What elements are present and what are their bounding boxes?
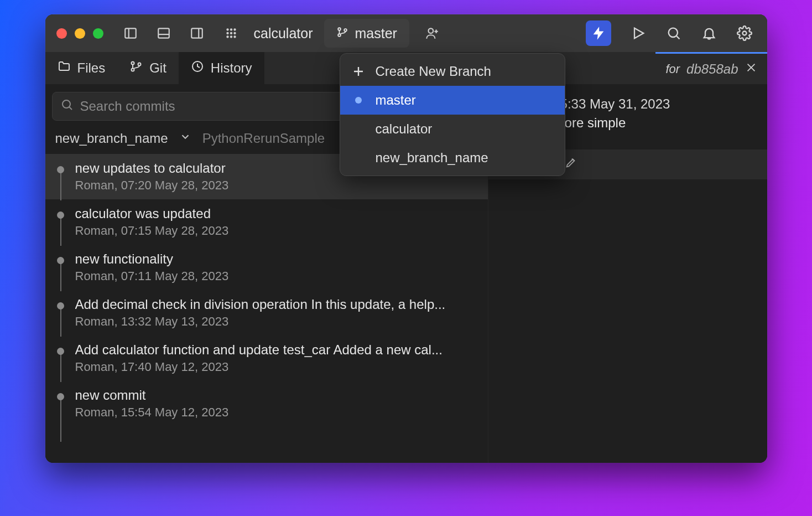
branch-bullet (351, 97, 366, 104)
commit-meta: Roman, 07:15 May 28, 2023 (75, 224, 480, 238)
close-window-button[interactable] (56, 28, 67, 39)
svg-point-15 (338, 28, 341, 30)
branch-icon (336, 25, 348, 42)
settings-icon[interactable] (736, 25, 753, 42)
panel-left-icon[interactable] (119, 22, 142, 45)
commit-graph (56, 388, 65, 420)
search-icon (60, 98, 74, 115)
svg-rect-0 (125, 28, 136, 38)
commit-row[interactable]: new commitRoman, 15:54 May 12, 2023 (45, 381, 488, 426)
svg-point-27 (138, 63, 141, 66)
commit-title: new commit (75, 388, 480, 403)
commit-graph (56, 342, 65, 374)
editor-tab[interactable]: for db858ab (655, 52, 767, 84)
svg-point-6 (226, 28, 228, 30)
svg-rect-2 (158, 28, 169, 38)
commit-row[interactable]: Add calculator function and update test_… (45, 336, 488, 381)
tab-files[interactable]: Files (45, 52, 118, 84)
commit-list[interactable]: new updates to calculatorRoman, 07:20 Ma… (45, 154, 488, 463)
commit-title: Add calculator function and update test_… (75, 342, 480, 358)
svg-line-23 (676, 36, 679, 39)
svg-point-24 (742, 32, 746, 35)
main-menu-icon[interactable] (220, 22, 243, 45)
branch-popup-item[interactable]: master (340, 86, 565, 115)
ai-assistant-button[interactable] (586, 20, 611, 46)
branch-filter-name[interactable]: new_branch_name (55, 131, 168, 146)
minimize-window-button[interactable] (75, 28, 85, 39)
commit-meta: Roman, 07:20 May 28, 2023 (75, 178, 480, 193)
tab-history[interactable]: History (179, 52, 264, 84)
branch-item-label: master (376, 92, 416, 108)
commit-node-icon (57, 257, 64, 264)
svg-point-9 (226, 32, 228, 34)
search-everywhere-icon[interactable] (665, 25, 682, 42)
commit-node-icon (57, 211, 64, 219)
branch-popup-item[interactable]: new_branch_name (340, 143, 565, 172)
close-tab-icon[interactable] (745, 61, 757, 77)
branch-name-label: master (355, 25, 397, 42)
branch-item-label: calculator (376, 121, 433, 137)
svg-point-8 (233, 28, 236, 30)
commit-node-icon (57, 393, 64, 400)
svg-point-25 (132, 62, 134, 65)
titlebar: calculator master (45, 14, 767, 52)
tab-git-label: Git (149, 60, 166, 76)
commit-graph (56, 206, 65, 238)
commit-meta: Roman, 13:32 May 13, 2023 (75, 314, 480, 329)
commit-graph (56, 297, 65, 329)
commit-graph (56, 251, 65, 283)
project-name[interactable]: calculator (248, 25, 319, 42)
commit-title: new functionality (75, 251, 480, 267)
branch-icon (129, 60, 143, 76)
window-controls (56, 28, 103, 39)
history-icon (191, 60, 204, 76)
editor-tab-hash: db858ab (686, 61, 738, 77)
commit-row[interactable]: calculator was updatedRoman, 07:15 May 2… (45, 199, 488, 245)
notifications-icon[interactable] (701, 25, 717, 42)
layout-toggle-group (119, 22, 209, 45)
branch-selector[interactable]: master (324, 19, 409, 48)
commit-title: Add decimal check in division operation … (75, 297, 480, 312)
commit-row[interactable]: new functionalityRoman, 07:11 May 28, 20… (45, 245, 488, 290)
zoom-window-button[interactable] (93, 28, 103, 39)
titlebar-right (586, 20, 753, 46)
commit-meta: Roman, 07:11 May 28, 2023 (75, 269, 480, 283)
edit-icon (565, 157, 577, 172)
commit-meta: Roman, 17:40 May 12, 2023 (75, 360, 480, 374)
commit-meta: Roman, 15:54 May 12, 2023 (75, 405, 480, 420)
commit-graph (56, 161, 65, 193)
svg-point-17 (344, 29, 347, 32)
chevron-down-icon[interactable] (179, 131, 191, 146)
svg-marker-21 (634, 28, 643, 39)
svg-point-22 (668, 28, 677, 37)
svg-point-13 (230, 35, 232, 38)
folder-icon (58, 60, 71, 76)
plus-icon (351, 65, 366, 78)
panel-bottom-icon[interactable] (152, 22, 175, 45)
commit-node-icon (57, 348, 64, 355)
svg-point-12 (226, 35, 228, 38)
svg-line-32 (69, 107, 72, 110)
panel-right-icon[interactable] (185, 22, 209, 45)
branch-item-label: new_branch_name (376, 150, 488, 166)
svg-point-16 (338, 34, 341, 37)
commit-title: calculator was updated (75, 206, 480, 221)
branch-dropdown-popup: Create New Branch mastercalculatornew_br… (340, 53, 565, 176)
create-new-branch-item[interactable]: Create New Branch (340, 57, 565, 86)
branch-popup-item[interactable]: calculator (340, 115, 565, 143)
commit-node-icon (57, 166, 64, 173)
commit-node-icon (57, 302, 64, 309)
editor-tab-prefix: for (665, 62, 680, 76)
tab-files-label: Files (77, 60, 106, 76)
svg-point-7 (230, 28, 232, 30)
tab-git[interactable]: Git (117, 52, 179, 84)
svg-point-26 (132, 69, 134, 71)
add-collaborator-icon[interactable] (420, 22, 444, 45)
ide-window: calculator master (45, 14, 767, 463)
tab-history-label: History (211, 60, 252, 76)
svg-rect-4 (191, 28, 202, 38)
filter-secondary-label: PythonRerunSample (202, 131, 325, 146)
commit-row[interactable]: Add decimal check in division operation … (45, 290, 488, 336)
run-icon[interactable] (630, 25, 647, 42)
create-branch-label: Create New Branch (376, 64, 491, 79)
